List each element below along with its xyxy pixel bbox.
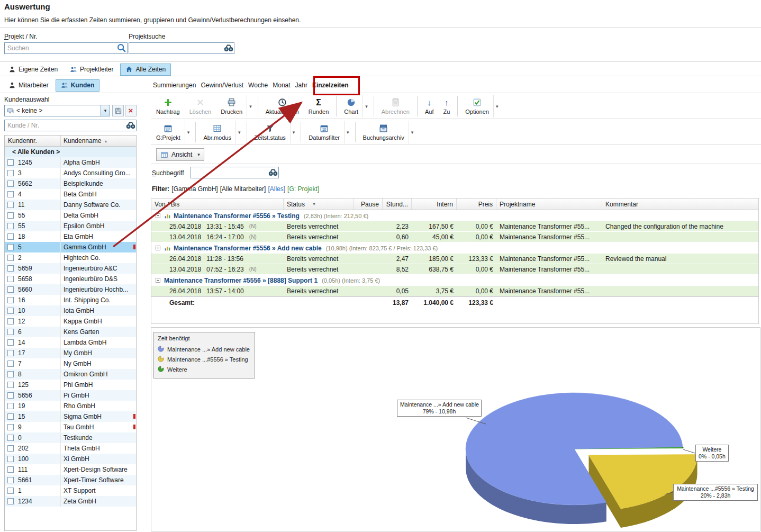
checkbox[interactable] <box>7 181 14 187</box>
customer-row[interactable]: 2Hightech Co. <box>5 253 136 263</box>
left-tab-kunden[interactable]: Kunden <box>56 79 100 92</box>
main-tab-woche[interactable]: Woche <box>247 79 269 91</box>
customer-row[interactable]: 5662Beispielkunde <box>5 178 136 189</box>
toolbar-l-schen-button[interactable]: Löschen <box>186 95 215 118</box>
dropdown-arrow-icon[interactable]: ▾ <box>290 121 297 143</box>
checkbox[interactable] <box>7 329 14 335</box>
customer-row[interactable]: 100Xi GmbH <box>5 454 136 464</box>
checkbox[interactable] <box>7 318 14 324</box>
checkbox[interactable] <box>7 170 14 176</box>
customer-row[interactable]: 5659Ingenieurbüro A&C <box>5 263 136 274</box>
group-row[interactable]: Maintenance Transformer #5556 » Add new … <box>151 242 758 254</box>
customer-row[interactable]: 10Iota GmbH <box>5 305 136 316</box>
dropdown-arrow-icon[interactable]: ▾ <box>363 95 370 118</box>
checkbox[interactable] <box>7 159 14 166</box>
customer-row[interactable]: 6Kens Garten <box>5 327 136 337</box>
toolbar-auf-button[interactable]: ↓Auf <box>421 95 438 118</box>
main-tab-summierungen[interactable]: Summierungen <box>152 79 197 91</box>
chevron-down-icon[interactable]: ▾ <box>101 105 110 116</box>
group-row[interactable]: Maintenance Transformer #5556 » [8888] S… <box>151 275 758 286</box>
checkbox[interactable] <box>7 435 14 441</box>
magnifier-icon[interactable] <box>116 43 127 53</box>
customer-row-all[interactable]: < Alle Kunden > <box>5 147 136 157</box>
column-header-projektname[interactable]: Projektname <box>496 199 602 210</box>
customer-row[interactable]: 12Kappa GmbH <box>5 316 136 327</box>
dropdown-arrow-icon[interactable]: ▾ <box>493 95 501 118</box>
toolbar-chart-button[interactable]: Chart▾ <box>340 95 369 118</box>
time-entry-row[interactable]: 26.04.201813:57 - 14:00Bereits verrechne… <box>151 286 758 296</box>
dropdown-arrow-icon[interactable]: ▾ <box>409 121 416 143</box>
toolbar-zeitst-status-button[interactable]: Zeitst.status▾ <box>251 121 297 143</box>
customer-row[interactable]: 0Testkunde <box>5 432 136 443</box>
projektsuche-input[interactable] <box>129 44 223 52</box>
toolbar-nachtrag-button[interactable]: Nachtrag <box>152 95 184 118</box>
dropdown-arrow-icon[interactable]: ▾ <box>235 121 243 143</box>
toolbar-abrechnen-button[interactable]: Abrechnen <box>378 95 413 118</box>
toolbar-drucken-button[interactable]: Drucken▾ <box>217 95 254 118</box>
customer-row[interactable]: 8Omikron GmbH <box>5 369 136 380</box>
main-tab-jahr[interactable]: Jahr <box>294 79 309 91</box>
checkbox[interactable] <box>7 413 14 420</box>
toolbar-zu-button[interactable]: ↑Zu <box>439 95 454 118</box>
dropdown-arrow-icon[interactable]: ▾ <box>185 121 192 143</box>
checkbox[interactable] <box>7 498 14 504</box>
suchbegriff-input[interactable] <box>191 169 268 176</box>
checkbox[interactable] <box>7 233 14 240</box>
filter-part[interactable]: [Alle Mitarbeiter] <box>220 185 266 193</box>
toolbar-runden-button[interactable]: ΣRunden <box>305 95 333 118</box>
customer-row[interactable]: 3Andys Consulting Gro... <box>5 168 136 178</box>
save-filter-button[interactable] <box>112 105 124 116</box>
time-entry-row[interactable]: 25.04.201813:31 - 15:45(N)Bereits verrec… <box>151 221 758 232</box>
customer-row[interactable]: 4Beta GmbH <box>5 189 136 200</box>
customer-row[interactable]: 55Epsilon GmbH <box>5 221 136 231</box>
view-tab-eigene-zeiten[interactable]: Eigene Zeiten <box>3 64 63 76</box>
column-header-kommentar[interactable]: Kommentar <box>602 199 758 210</box>
toolbar-buchungsarchiv-button[interactable]: Buchungsarchiv▾ <box>359 121 416 143</box>
dropdown-arrow-icon[interactable]: ▾ <box>344 121 351 143</box>
customer-row[interactable]: 5661Xpert-Timer Software <box>5 475 136 485</box>
ansicht-button[interactable]: Ansicht ▾ <box>156 148 204 161</box>
column-header-kundennr[interactable]: Kundennr. <box>5 136 61 146</box>
time-entry-row[interactable]: 26.04.201811:28 - 13:56Bereits verrechne… <box>151 254 758 264</box>
column-header-stund[interactable]: Stund... <box>383 199 412 210</box>
kunde-search-input[interactable] <box>5 122 125 129</box>
delete-filter-button[interactable]: × <box>125 105 137 116</box>
customer-row[interactable]: 9Tau GmbH <box>5 422 136 432</box>
checkbox[interactable] <box>7 339 14 346</box>
customer-row[interactable]: 5660Ingenieurbüro Hochb... <box>5 284 136 295</box>
customer-row[interactable]: 18Eta GmbH <box>5 231 136 242</box>
checkbox[interactable] <box>7 212 14 219</box>
checkbox[interactable] <box>7 403 14 409</box>
column-header-intern[interactable]: Intern <box>412 199 457 210</box>
binoculars-icon[interactable] <box>268 167 278 178</box>
checkbox[interactable] <box>7 308 14 314</box>
binoculars-icon[interactable] <box>223 43 234 53</box>
column-header-preis[interactable]: Preis <box>457 199 496 210</box>
checkbox[interactable] <box>7 297 14 303</box>
column-header-von-bis[interactable]: Von / Bis <box>151 199 284 210</box>
customer-row[interactable]: 14Lambda GmbH <box>5 337 136 348</box>
time-entry-row[interactable]: 13.04.201816:24 - 17:00(N)Bereits verrec… <box>151 232 758 242</box>
toolbar-g-projekt-button[interactable]: G:Projekt▾ <box>152 121 192 143</box>
column-header-status[interactable]: Status▼ <box>284 199 354 210</box>
checkbox[interactable] <box>7 382 14 388</box>
left-tab-mitarbeiter[interactable]: Mitarbeiter <box>3 79 54 92</box>
main-tab-gewinn-verlust[interactable]: Gewinn/Verlust <box>200 79 244 91</box>
toolbar-aktualisieren-button[interactable]: Aktualisieren <box>262 95 303 118</box>
customer-row[interactable]: 5658Ingenieurbüro D&S <box>5 274 136 284</box>
checkbox[interactable] <box>7 265 14 272</box>
checkbox[interactable] <box>7 445 14 452</box>
checkbox[interactable] <box>7 286 14 293</box>
view-tab-projektleiter[interactable]: Projektleiter <box>65 64 119 76</box>
checkbox[interactable] <box>7 202 14 208</box>
toolbar-abr-modus-button[interactable]: Abr.modus▾ <box>200 121 242 143</box>
checkbox[interactable] <box>7 477 14 483</box>
customer-table-header[interactable]: Kundennr. Kundenname ▲ <box>5 136 136 147</box>
checkbox[interactable] <box>7 223 14 229</box>
checkbox[interactable] <box>7 191 14 197</box>
checkbox[interactable] <box>7 360 14 367</box>
customer-row[interactable]: 111Xpert-Design Software <box>5 464 136 475</box>
customer-row[interactable]: 55Delta GmbH <box>5 210 136 221</box>
view-tab-alle-zeiten[interactable]: Alle Zeiten <box>120 64 171 76</box>
customer-row[interactable]: 1XT Support <box>5 485 136 496</box>
